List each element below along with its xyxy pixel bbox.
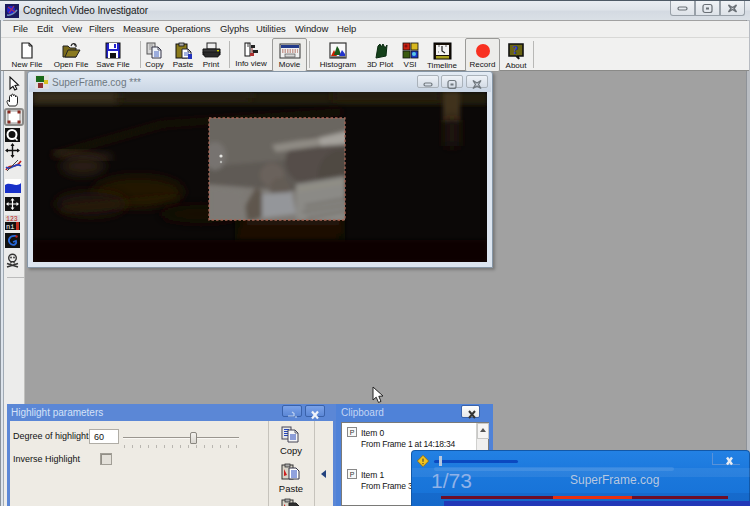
- svg-text:?: ?: [513, 43, 519, 57]
- svg-text:123: 123: [6, 216, 18, 223]
- svg-text:ni: ni: [6, 223, 14, 230]
